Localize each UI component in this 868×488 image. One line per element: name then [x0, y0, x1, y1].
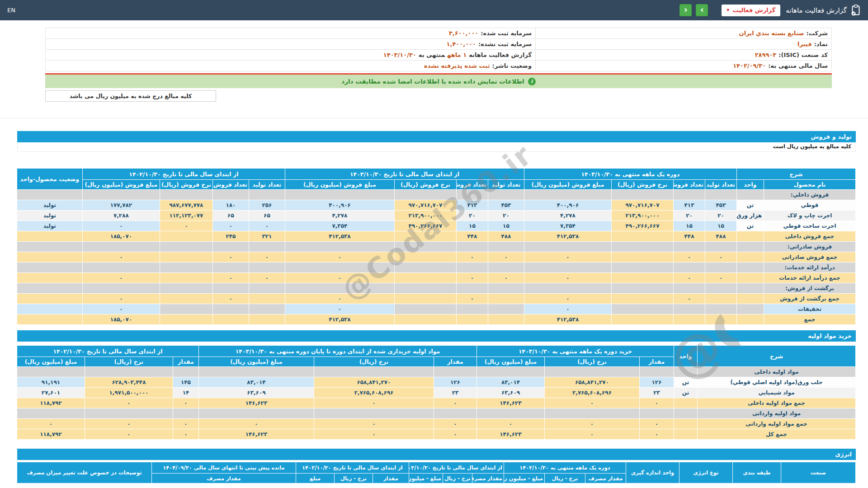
- cell: [736, 283, 764, 294]
- value-cell: [611, 314, 673, 325]
- value-cell: ۰: [524, 252, 611, 263]
- cell: [82, 283, 160, 294]
- column-header: تعداد تولید: [705, 180, 736, 190]
- cell: [17, 367, 85, 377]
- value-cell: ۱۴۶,۶۲۳: [476, 398, 544, 408]
- cell: [17, 408, 85, 419]
- cell: [394, 190, 456, 200]
- unit-cell: تن: [674, 377, 698, 388]
- value-cell: [212, 304, 249, 314]
- value-cell: ۰: [82, 294, 160, 304]
- value-cell: ۰: [82, 304, 160, 314]
- value-cell: ۰: [285, 273, 394, 283]
- value-cell: ۱۸۰: [212, 200, 249, 211]
- value-cell: ۰: [456, 294, 488, 304]
- table-row: جمع درآمد ارائه خدمات۰۰۰۰۰۰۰۰۰: [17, 273, 855, 283]
- value-cell: ۲۳: [640, 388, 674, 398]
- value-cell: ۰: [212, 252, 249, 263]
- value-cell: [705, 314, 736, 325]
- cell: [285, 242, 394, 252]
- cell: [476, 408, 544, 419]
- value-cell: ۳۲۱: [249, 231, 285, 242]
- row-label-cell: جمع مواد اولیه وارداتی: [698, 419, 856, 429]
- cell: [674, 367, 698, 377]
- unit-cell: [736, 231, 764, 242]
- value-cell: ۰: [212, 221, 249, 231]
- value-cell: ۴۱۲,۵۳۸: [285, 231, 394, 242]
- cell: [85, 408, 173, 419]
- cell: [314, 408, 434, 419]
- value-cell: ۱۸۵,۰۷۰: [82, 314, 160, 325]
- cell: [160, 263, 212, 273]
- status-cell: [17, 294, 82, 304]
- topbar: گزارش فعالیت ماهانه گزارش فعالیت ▼ › ‹ E…: [0, 0, 868, 20]
- value-cell: ۴۰۰,۹۰۶: [524, 200, 611, 211]
- unit-cell: [736, 314, 764, 325]
- section-production-sales: تولید و فروش: [17, 131, 856, 142]
- value-cell: ۲۰: [488, 211, 524, 221]
- cell: [173, 367, 198, 377]
- column-header: مبلغ - میلیون ریال: [409, 474, 443, 483]
- company-field: سرمایه ثبت شده:۳,۶۰۰,۰۰۰: [46, 28, 536, 39]
- value-cell: ۴,۲۷۸: [285, 211, 394, 221]
- column-group-header: شرح: [698, 346, 856, 367]
- value-cell: ۰: [173, 429, 198, 440]
- cell: [249, 242, 285, 252]
- value-cell: ۰: [434, 398, 476, 408]
- cell: [394, 263, 456, 273]
- value-cell: ۴۵۳: [488, 200, 524, 211]
- section-title: خرید مواد اولیه: [808, 333, 852, 339]
- value-cell: ۲۱۳,۹۰۰,۰۰۰: [611, 211, 673, 221]
- cell: [524, 190, 611, 200]
- value-cell: ۸۳,۰۱۴: [198, 377, 314, 388]
- cell: [85, 367, 173, 377]
- value-cell: ۰: [476, 419, 544, 429]
- value-cell: ۰: [456, 252, 488, 263]
- section-divider: [0, 118, 868, 118]
- unit-cell: [674, 419, 698, 429]
- value-cell: ۰: [673, 273, 705, 283]
- cell: [212, 263, 249, 273]
- value-cell: ۴,۲۷۸: [524, 211, 611, 221]
- unit-cell: [674, 398, 698, 408]
- amounts-note-box: کلیه مبالغ درج شده به میلیون ریال می باش…: [45, 90, 216, 102]
- company-field: نماد:فیبرا: [536, 39, 832, 50]
- column-header: نرخ (ریال): [545, 357, 640, 367]
- value-cell: ۹۷۰,۷۱۶,۷۰۷: [611, 200, 673, 211]
- chevron-left-button[interactable]: ‹: [679, 4, 692, 16]
- cell: [545, 408, 640, 419]
- value-cell: [456, 314, 488, 325]
- value-cell: [611, 304, 673, 314]
- value-cell: ۱۲۶: [434, 377, 476, 388]
- value-cell: ۱۲۶: [640, 377, 674, 388]
- value-cell: ۲۱۳,۹۰۰,۰۰۰: [394, 211, 456, 221]
- column-group-header: دوره یک ماهه منتهی به ۱۴۰۳/۱۰/۳۰: [504, 462, 626, 474]
- column-header: تعداد فروش: [456, 180, 488, 190]
- column-header: نرخ فروش (ریال): [394, 180, 456, 190]
- status-cell: تولید: [17, 211, 82, 221]
- value-cell: ۰: [640, 429, 674, 440]
- report-type-label: گزارش فعالیت: [732, 7, 775, 14]
- row-section-label: برگشت از فروش:: [764, 283, 856, 294]
- value-cell: ۱۵: [488, 221, 524, 231]
- unit-cell: تن: [736, 200, 764, 211]
- value-cell: ۴۱۲,۵۳۸: [524, 231, 611, 242]
- language-toggle-en[interactable]: EN: [7, 7, 15, 14]
- chevron-right-button[interactable]: ›: [696, 4, 708, 16]
- value-cell: ۲۷,۶۰۱: [17, 388, 85, 398]
- column-header: مبلغ (میلیون ریال): [17, 357, 85, 367]
- unit-cell: [736, 252, 764, 263]
- value-cell: ۰: [17, 419, 85, 429]
- value-cell: [394, 231, 456, 242]
- value-cell: ۶۲۸,۹۰۳,۴۴۸: [85, 377, 173, 388]
- value-cell: ۶۵: [212, 211, 249, 221]
- value-cell: ۰: [82, 252, 160, 263]
- report-clipboard-icon: [851, 5, 861, 16]
- value-cell: ۱۴۶,۶۲۳: [198, 398, 314, 408]
- status-cell: [17, 314, 82, 325]
- column-header: نرخ - ریال: [443, 474, 472, 483]
- report-type-button[interactable]: گزارش فعالیت ▼: [722, 5, 780, 16]
- row-section-label: درآمد ارائه خدمات:: [764, 263, 856, 273]
- value-cell: [160, 314, 212, 325]
- value-cell: ۰: [212, 294, 249, 304]
